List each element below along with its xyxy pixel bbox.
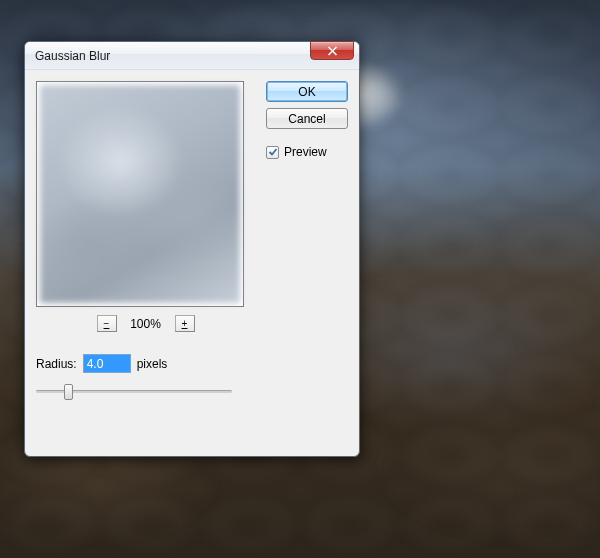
zoom-out-button[interactable]: − [97, 315, 117, 332]
check-icon [268, 147, 278, 157]
slider-thumb[interactable] [64, 384, 73, 400]
cancel-button[interactable]: Cancel [266, 108, 348, 129]
close-icon [327, 46, 338, 56]
gaussian-blur-dialog: Gaussian Blur − 100% + Radius: pixels [24, 41, 360, 457]
zoom-controls: − 100% + [36, 315, 255, 332]
right-column: OK Cancel Preview [266, 81, 348, 445]
ok-button[interactable]: OK [266, 81, 348, 102]
left-column: − 100% + Radius: pixels [36, 81, 255, 445]
preview-checkbox-row: Preview [266, 145, 348, 159]
dialog-title: Gaussian Blur [35, 49, 355, 63]
zoom-percent: 100% [127, 317, 165, 331]
close-button[interactable] [310, 41, 354, 60]
radius-slider[interactable] [36, 383, 232, 401]
radius-input[interactable] [83, 354, 131, 373]
preview-image [40, 85, 240, 303]
preview-checkbox-label: Preview [284, 145, 327, 159]
preview-checkbox[interactable] [266, 146, 279, 159]
radius-row: Radius: pixels [36, 354, 255, 373]
dialog-body: − 100% + Radius: pixels OK Cancel [25, 70, 359, 456]
radius-unit: pixels [137, 357, 168, 371]
titlebar[interactable]: Gaussian Blur [25, 42, 359, 70]
zoom-in-button[interactable]: + [175, 315, 195, 332]
radius-label: Radius: [36, 357, 77, 371]
preview-frame[interactable] [36, 81, 244, 307]
